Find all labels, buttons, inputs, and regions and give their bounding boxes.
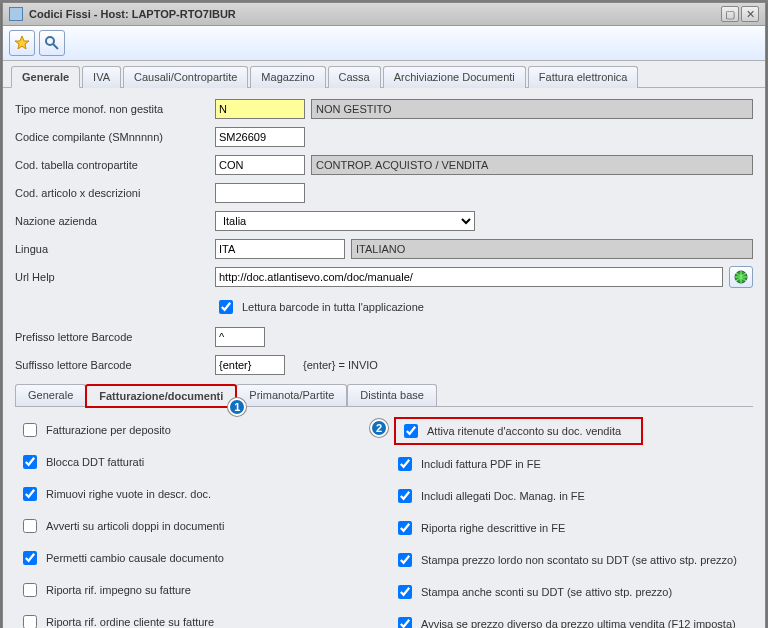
svg-marker-0	[15, 36, 29, 49]
checkbox[interactable]	[398, 617, 412, 628]
label-tipo-merce: Tipo merce monof. non gestita	[15, 103, 215, 115]
svg-line-2	[53, 44, 58, 49]
label-nazione: Nazione azienda	[15, 215, 215, 227]
cb-option[interactable]: Rimuovi righe vuote in descr. doc.	[19, 481, 374, 507]
input-suffisso[interactable]	[215, 355, 285, 375]
subcontent: Fatturazione per depositoBlocca DDT fatt…	[15, 407, 753, 628]
cb-option[interactable]: Blocca DDT fatturati	[19, 449, 374, 475]
tab-iva[interactable]: IVA	[82, 66, 121, 88]
magnifier-icon	[44, 35, 60, 51]
subtabs: Generale Fatturazione/documenti 1 Priman…	[15, 384, 753, 407]
svg-point-1	[46, 37, 54, 45]
tab-causali[interactable]: Causali/Contropartite	[123, 66, 248, 88]
checkbox[interactable]	[23, 551, 37, 565]
globe-icon	[734, 270, 748, 284]
subtab-fatturazione[interactable]: Fatturazione/documenti	[85, 384, 237, 408]
cb-option[interactable]: Riporta rif. ordine cliente su fatture	[19, 609, 374, 628]
input-url-help[interactable]	[215, 267, 723, 287]
cb-lettura-barcode[interactable]: Lettura barcode in tutta l'applicazione	[215, 294, 424, 320]
ro-tipo-merce: NON GESTITO	[311, 99, 753, 119]
window: Codici Fissi - Host: LAPTOP-RTO7IBUR ▢ ✕…	[2, 2, 766, 628]
search-button[interactable]	[39, 30, 65, 56]
cb-option[interactable]: Includi fattura PDF in FE	[394, 451, 749, 477]
cb-option[interactable]: Stampa anche sconti su DDT (se attivo st…	[394, 579, 749, 605]
annotation-2: 2	[370, 419, 388, 437]
label-lingua: Lingua	[15, 243, 215, 255]
input-codice-comp[interactable]	[215, 127, 305, 147]
label-url-help: Url Help	[15, 271, 215, 283]
close-button[interactable]: ✕	[741, 6, 759, 22]
subtab-primanota[interactable]: Primanota/Partite	[236, 384, 347, 406]
cb-option[interactable]: Avverti su articoli doppi in documenti	[19, 513, 374, 539]
checkbox[interactable]	[398, 489, 412, 503]
checkbox[interactable]	[404, 424, 418, 438]
tab-magazzino[interactable]: Magazzino	[250, 66, 325, 88]
hint-suffisso: {enter} = INVIO	[303, 359, 378, 371]
tab-generale[interactable]: Generale	[11, 66, 80, 88]
left-column: Fatturazione per depositoBlocca DDT fatt…	[19, 417, 374, 628]
app-icon	[9, 7, 23, 21]
right-column: 2Attiva ritenute d'acconto su doc. vendi…	[394, 417, 749, 628]
tab-fattura-elettronica[interactable]: Fattura elettronica	[528, 66, 639, 88]
label-cod-tabella: Cod. tabella contropartite	[15, 159, 215, 171]
window-title: Codici Fissi - Host: LAPTOP-RTO7IBUR	[29, 8, 236, 20]
checkbox[interactable]	[23, 615, 37, 628]
label-prefisso: Prefisso lettore Barcode	[15, 331, 215, 343]
tab-cassa[interactable]: Cassa	[328, 66, 381, 88]
cb-option[interactable]: Permetti cambio causale documento	[19, 545, 374, 571]
subtab-distinta[interactable]: Distinta base	[347, 384, 437, 406]
cb-option[interactable]: Fatturazione per deposito	[19, 417, 374, 443]
label-suffisso: Suffisso lettore Barcode	[15, 359, 215, 371]
main-tabstrip: Generale IVA Causali/Contropartite Magaz…	[3, 61, 765, 88]
checkbox[interactable]	[23, 455, 37, 469]
subtab-generale[interactable]: Generale	[15, 384, 86, 406]
input-prefisso[interactable]	[215, 327, 265, 347]
checkbox-lettura-barcode[interactable]	[219, 300, 233, 314]
maximize-button[interactable]: ▢	[721, 6, 739, 22]
checkbox[interactable]	[398, 553, 412, 567]
checkbox[interactable]	[23, 583, 37, 597]
cb-option[interactable]: Riporta rif. impegno su fatture	[19, 577, 374, 603]
input-tipo-merce[interactable]	[215, 99, 305, 119]
checkbox[interactable]	[398, 521, 412, 535]
checkbox[interactable]	[398, 585, 412, 599]
cb-option[interactable]: Avvisa se prezzo diverso da prezzo ultim…	[394, 611, 749, 628]
input-cod-articolo[interactable]	[215, 183, 305, 203]
content: Tipo merce monof. non gestita NON GESTIT…	[3, 88, 765, 628]
cb-option[interactable]: Stampa prezzo lordo non scontato su DDT …	[394, 547, 749, 573]
input-lingua[interactable]	[215, 239, 345, 259]
checkbox[interactable]	[23, 423, 37, 437]
open-url-button[interactable]	[729, 266, 753, 288]
label-cod-articolo: Cod. articolo x descrizioni	[15, 187, 215, 199]
star-wand-icon	[14, 35, 30, 51]
checkbox[interactable]	[23, 487, 37, 501]
select-nazione[interactable]: Italia	[215, 211, 475, 231]
ro-cod-tabella: CONTROP. ACQUISTO / VENDITA	[311, 155, 753, 175]
ro-lingua: ITALIANO	[351, 239, 753, 259]
cb-option[interactable]: Riporta righe descrittive in FE	[394, 515, 749, 541]
label-codice-comp: Codice compilante (SMnnnnn)	[15, 131, 215, 143]
cb-highlighted[interactable]: Attiva ritenute d'acconto su doc. vendit…	[394, 417, 643, 445]
wizard-button[interactable]	[9, 30, 35, 56]
titlebar: Codici Fissi - Host: LAPTOP-RTO7IBUR ▢ ✕	[3, 3, 765, 26]
toolbar	[3, 26, 765, 61]
checkbox[interactable]	[398, 457, 412, 471]
checkbox[interactable]	[23, 519, 37, 533]
input-cod-tabella[interactable]	[215, 155, 305, 175]
cb-option[interactable]: Includi allegati Doc. Manag. in FE	[394, 483, 749, 509]
tab-archiviazione[interactable]: Archiviazione Documenti	[383, 66, 526, 88]
